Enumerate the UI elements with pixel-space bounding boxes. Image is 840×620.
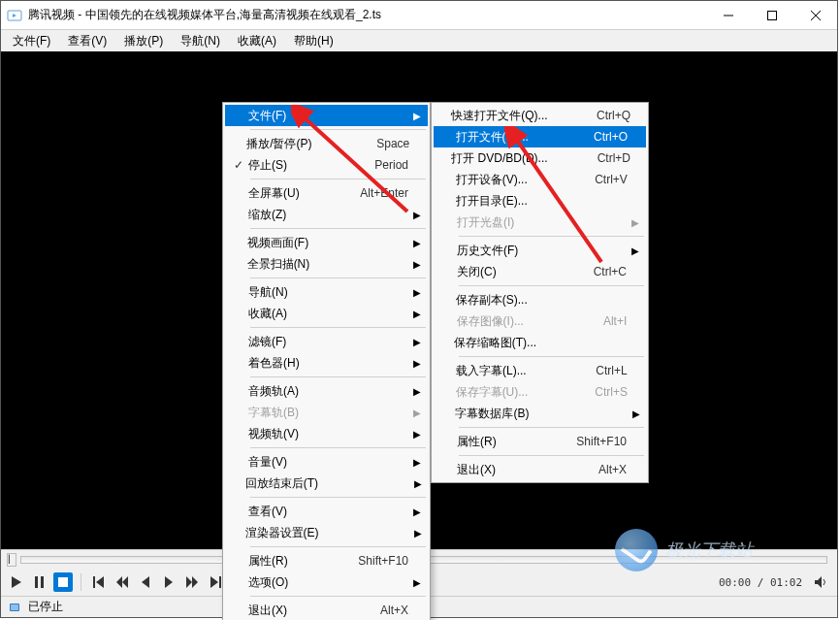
ctx-fav[interactable]: 收藏(A)▶	[225, 303, 428, 324]
sub-quickopen[interactable]: 快速打开文件(Q)...Ctrl+Q	[434, 105, 646, 126]
ctx-separator	[250, 179, 426, 179]
sub-saveimg-shortcut: Alt+I	[553, 314, 629, 328]
ctx-videoframe[interactable]: 视频画面(F)▶	[225, 232, 428, 253]
sub-properties[interactable]: 属性(R)Shift+F10	[434, 431, 646, 452]
svg-marker-11	[96, 576, 104, 588]
play-button[interactable]	[7, 572, 26, 592]
ctx-fullscreen[interactable]: 全屏幕(U)Alt+Enter	[225, 182, 428, 204]
svg-rect-19	[219, 576, 221, 588]
ctx-filter[interactable]: 滤镜(F)▶	[225, 331, 428, 352]
step-forward-button[interactable]	[182, 572, 202, 592]
ctx-exit[interactable]: 退出(X)Alt+X	[225, 600, 428, 620]
ctx-stop[interactable]: ✓停止(S)Period	[225, 154, 428, 176]
pause-button[interactable]	[30, 572, 49, 592]
sub-subdb[interactable]: 字幕数据库(B)▶	[434, 403, 646, 424]
chevron-right-icon: ▶	[413, 506, 421, 517]
ctx-separator	[250, 497, 426, 498]
rewind-button[interactable]	[136, 572, 155, 592]
ctx-separator	[250, 277, 426, 278]
ctx-fullscreen-shortcut: Alt+Enter	[333, 186, 410, 200]
titlebar[interactable]: 腾讯视频 - 中国领先的在线视频媒体平台,海量高清视频在线观看_2.ts	[1, 1, 837, 30]
sub-loadsub[interactable]: 载入字幕(L)...Ctrl+L	[434, 360, 646, 381]
status-text: 已停止	[28, 599, 63, 615]
svg-marker-13	[122, 576, 128, 588]
sub-opendir[interactable]: 打开目录(E)...	[434, 190, 646, 212]
ctx-file[interactable]: 文件(F)▶	[225, 105, 428, 126]
ctx-videotrack[interactable]: 视频轨(V)▶	[225, 423, 428, 444]
ctx-panscan[interactable]: 全景扫描(N)▶	[225, 253, 428, 275]
ctx-shader[interactable]: 着色器(H)▶	[225, 352, 428, 374]
ctx-fav-label: 收藏(A)	[248, 306, 333, 322]
controls-separator	[81, 573, 81, 591]
sub-exit-label: 退出(X)	[457, 462, 551, 478]
ctx-audiotrack[interactable]: 音频轨(A)▶	[225, 380, 428, 402]
chevron-right-icon: ▶	[631, 245, 639, 256]
step-back-button[interactable]	[113, 572, 132, 592]
sub-savesub: 保存字幕(U)...Ctrl+S	[434, 381, 646, 403]
sub-savethumb[interactable]: 保存缩略图(T)...	[434, 332, 646, 353]
seek-start-marker[interactable]: ▏	[7, 553, 16, 567]
forward-button[interactable]	[159, 572, 178, 592]
minimize-button[interactable]	[706, 1, 750, 29]
sub-exit[interactable]: 退出(X)Alt+X	[434, 459, 646, 480]
sub-savesub-label: 保存字幕(U)...	[456, 384, 558, 401]
chevron-right-icon: ▶	[413, 386, 421, 397]
menu-fav[interactable]: 收藏(A)	[230, 31, 284, 51]
menu-nav[interactable]: 导航(N)	[173, 31, 228, 51]
mute-button[interactable]	[812, 572, 831, 592]
sub-properties-shortcut: Shift+F10	[551, 435, 629, 448]
sub-exit-shortcut: Alt+X	[551, 463, 629, 476]
ctx-volume[interactable]: 音量(V)▶	[225, 451, 428, 473]
svg-rect-8	[41, 576, 44, 588]
ctx-properties[interactable]: 属性(R)Shift+F10	[225, 550, 428, 571]
close-button[interactable]	[793, 1, 837, 29]
sub-openfile[interactable]: 打开文件(O)...Ctrl+O	[434, 126, 646, 147]
ctx-file-label: 文件(F)	[248, 108, 333, 124]
ctx-zoom[interactable]: 缩放(Z)▶	[225, 204, 428, 225]
sub-opendvd-shortcut: Ctrl+D	[577, 151, 632, 165]
chevron-right-icon: ▶	[413, 309, 421, 319]
chevron-right-icon: ▶	[632, 408, 640, 419]
ctx-videoframe-label: 视频画面(F)	[247, 235, 338, 251]
chevron-right-icon: ▶	[413, 210, 421, 220]
svg-marker-15	[165, 576, 173, 588]
menu-play[interactable]: 播放(P)	[116, 31, 171, 51]
ctx-properties-shortcut: Shift+F10	[333, 554, 410, 568]
sub-saveimg-label: 保存图像(I)...	[457, 313, 553, 330]
skip-back-button[interactable]	[89, 572, 109, 592]
menu-view[interactable]: 查看(V)	[60, 31, 114, 51]
sub-history-label: 历史文件(F)	[457, 243, 551, 259]
ctx-playpause[interactable]: 播放/暂停(P)Space	[225, 133, 428, 154]
ctx-nav-label: 导航(N)	[248, 284, 333, 301]
ctx-videotrack-label: 视频轨(V)	[248, 426, 333, 442]
ctx-nav[interactable]: 导航(N)▶	[225, 281, 428, 303]
svg-rect-7	[35, 576, 38, 588]
ctx-volume-label: 音量(V)	[248, 454, 333, 471]
ctx-panscan-label: 全景扫描(N)	[247, 256, 339, 273]
ctx-separator	[459, 427, 644, 428]
svg-marker-22	[815, 576, 822, 588]
maximize-button[interactable]	[750, 1, 793, 29]
menu-file[interactable]: 文件(F)	[5, 31, 58, 51]
chevron-right-icon: ▶	[414, 478, 422, 489]
sub-history[interactable]: 历史文件(F)▶	[434, 240, 646, 261]
ctx-afterplay[interactable]: 回放结束后(T)▶	[225, 473, 428, 494]
sub-savecopy-label: 保存副本(S)...	[456, 292, 557, 309]
sub-close[interactable]: 关闭(C)Ctrl+C	[434, 261, 646, 282]
sub-opendisc: 打开光盘(I)▶	[434, 212, 646, 233]
svg-marker-12	[116, 576, 122, 588]
ctx-view[interactable]: 查看(V)▶	[225, 501, 428, 522]
sub-close-shortcut: Ctrl+C	[551, 265, 629, 278]
ctx-playpause-label: 播放/暂停(P)	[246, 136, 340, 152]
svg-rect-9	[58, 577, 68, 587]
sub-opendevice[interactable]: 打开设备(V)...Ctrl+V	[434, 169, 646, 190]
chevron-right-icon: ▶	[414, 528, 422, 538]
ctx-renderer[interactable]: 渲染器设置(E)▶	[225, 522, 428, 543]
chevron-right-icon: ▶	[631, 217, 639, 228]
stop-button[interactable]	[53, 572, 73, 592]
chevron-right-icon: ▶	[413, 358, 421, 369]
sub-savecopy[interactable]: 保存副本(S)...	[434, 289, 646, 310]
ctx-options[interactable]: 选项(O)▶	[225, 571, 428, 593]
menu-help[interactable]: 帮助(H)	[286, 31, 341, 51]
sub-opendvd[interactable]: 打开 DVD/BD(D)...Ctrl+D	[434, 147, 646, 169]
